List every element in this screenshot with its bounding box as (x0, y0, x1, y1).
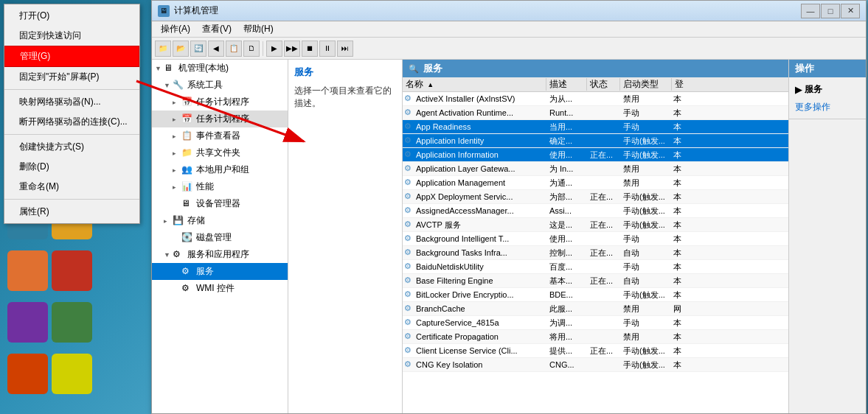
tree-item-shared-folders[interactable]: ▸ 📁 共享文件夹 (152, 144, 288, 161)
tree-icon-systools: 🔧 (173, 80, 184, 91)
toolbar-btn-pause[interactable]: ⏸ (319, 41, 336, 57)
service-row[interactable]: ⚙ AppX Deployment Servic... 为部... 正在... … (403, 190, 788, 204)
service-row[interactable]: ⚙ Background Intelligent T... 使用... 手动 本 (403, 232, 788, 246)
context-menu-separator-2 (4, 134, 139, 135)
toolbar-btn-restart[interactable]: ⏭ (337, 41, 353, 57)
tree-expand-users: ▸ (173, 166, 181, 174)
tree-label-device: 设备管理器 (196, 197, 240, 210)
service-row[interactable]: ⚙ AVCTP 服务 这是... 正在... 手动(触发... 本 (403, 218, 788, 232)
context-menu-item-open[interactable]: 打开(O) (4, 6, 139, 26)
tree-item-task-sched[interactable]: ▸ 📅 任务计划程序 (152, 94, 288, 110)
svc-name-text-1: Agent Activation Runtime... (416, 108, 513, 117)
menu-action[interactable]: 操作(A) (155, 21, 196, 37)
tree-item-disk-mgmt[interactable]: 💽 磁盘管理 (152, 229, 288, 246)
tree-item-local-users[interactable]: ▸ 👥 本地用户和组 (152, 161, 288, 178)
service-row[interactable]: ⚙ Application Information 使用... 正在... 手动… (403, 148, 788, 162)
menu-help[interactable]: 帮助(H) (237, 21, 280, 37)
service-row[interactable]: ⚙ Agent Activation Runtime... Runt... 手动… (403, 106, 788, 120)
tree-item-storage[interactable]: ▸ 💾 存储 (152, 212, 288, 229)
svc-desc-5: 为 In... (546, 164, 587, 175)
toolbar-btn-props[interactable]: 📋 (226, 41, 242, 57)
service-row[interactable]: ⚙ Background Tasks Infra... 控制... 正在... … (403, 246, 788, 260)
tree-item-system-tools[interactable]: ▼ 🔧 系统工具 (152, 77, 288, 94)
svc-logon-8: 本 (672, 206, 687, 217)
col-status-header[interactable]: 状态 (587, 78, 620, 91)
right-panel-section-title[interactable]: ▶ 服务 (789, 80, 866, 99)
toolbar-btn-play[interactable]: ▶ (266, 41, 282, 57)
service-row[interactable]: ⚙ Base Filtering Engine 基本... 正在... 自动 本 (403, 274, 788, 288)
svc-logon-19: 本 (672, 359, 687, 371)
context-menu-item-pin-start[interactable]: 固定到"开始"屏幕(P) (4, 67, 139, 87)
toolbar-btn-new[interactable]: 🗋 (243, 41, 260, 57)
context-menu-item-manage[interactable]: 管理(G) (4, 46, 139, 67)
svc-logon-4: 本 (672, 150, 687, 161)
service-row[interactable]: ⚙ CNG Key Isolation CNG... 手动(触发... 本 (403, 358, 788, 372)
tree-label-wmi: WMI 控件 (196, 282, 235, 295)
tree-item-services[interactable]: ⚙ 服务 (152, 263, 288, 280)
close-button[interactable]: ✕ (841, 4, 860, 18)
context-menu-item-disconnect[interactable]: 断开网络驱动器的连接(C)... (4, 112, 139, 132)
toolbar-btn-stop[interactable]: ⏹ (302, 41, 318, 57)
service-row[interactable]: ⚙ AssignedAccessManager... Assi... 手动(触发… (403, 204, 788, 218)
svc-name-text-4: Application Information (416, 150, 499, 159)
tree-item-performance[interactable]: ▸ 📊 性能 (152, 178, 288, 195)
context-menu-item-map-drive[interactable]: 映射网络驱动器(N)... (4, 92, 139, 112)
tree-expand-perf: ▸ (173, 183, 181, 191)
tree-item-root[interactable]: ▼ 🖥 机管理(本地) (152, 60, 288, 77)
service-row[interactable]: ⚙ CaptureService_4815a 为调... 手动 本 (403, 316, 788, 330)
context-menu-item-pin-quick[interactable]: 固定到快速访问 (4, 26, 139, 46)
col-logon-header[interactable]: 登 (672, 78, 687, 91)
window-title: 计算机管理 (174, 4, 801, 17)
svc-icon-11: ⚙ (404, 248, 414, 258)
tree-item-wmi[interactable]: ⚙ WMI 控件 (152, 280, 288, 297)
menu-view[interactable]: 查看(V) (196, 21, 237, 37)
toolbar-btn-refresh[interactable]: 🔄 (190, 41, 206, 57)
service-row[interactable]: ⚙ Application Layer Gatewa... 为 In... 禁用… (403, 162, 788, 176)
svc-logon-18: 本 (672, 345, 687, 357)
tree-expand-systools: ▼ (164, 82, 173, 89)
svc-desc-12: 百度... (546, 262, 587, 273)
context-menu-item-properties[interactable]: 属性(R) (4, 202, 139, 222)
toolbar-btn-folder2[interactable]: 📂 (173, 41, 189, 57)
service-row[interactable]: ⚙ BranchCache 此服... 禁用 网 (403, 302, 788, 316)
svc-startup-11: 自动 (620, 248, 672, 259)
svc-name-text-7: AppX Deployment Servic... (416, 192, 513, 201)
service-row[interactable]: ⚙ Certificate Propagation 将用... 禁用 本 (403, 330, 788, 344)
right-panel-more-actions[interactable]: 更多操作 (789, 99, 866, 116)
toolbar-btn-play2[interactable]: ▶▶ (284, 41, 300, 57)
tree-item-device-mgr[interactable]: 🖥 设备管理器 (152, 195, 288, 212)
svc-icon-0: ⚙ (404, 94, 414, 104)
right-panel-header: 操作 (789, 60, 866, 77)
context-menu-item-delete[interactable]: 删除(D) (4, 157, 139, 177)
tree-item-event-viewer[interactable]: ▸ 📋 事件查看器 (152, 127, 288, 144)
svc-startup-14: 手动(触发... (620, 290, 672, 301)
service-row[interactable]: ⚙ App Readiness 当用... 手动 本 (403, 120, 788, 134)
svc-name-3: ⚙ Application Identity (403, 136, 546, 146)
service-row[interactable]: ⚙ BaiduNetdiskUtility 百度... 手动 本 (403, 260, 788, 274)
tree-item-task-sched2[interactable]: ▸ 📅 任务计划程序 (152, 110, 288, 127)
col-desc-header[interactable]: 描述 (546, 78, 587, 91)
svc-desc-3: 确定... (546, 136, 587, 147)
context-menu-item-shortcut[interactable]: 创建快捷方式(S) (4, 137, 139, 157)
desktop-icon-9 (52, 302, 92, 343)
svc-desc-13: 基本... (546, 276, 587, 287)
tree-icon-disk: 💽 (181, 232, 193, 244)
toolbar-btn-folder[interactable]: 📁 (155, 41, 171, 57)
context-menu-item-rename[interactable]: 重命名(M) (4, 177, 139, 197)
svc-name-13: ⚙ Base Filtering Engine (403, 276, 546, 286)
svc-icon-16: ⚙ (404, 317, 414, 328)
maximize-button[interactable]: □ (821, 4, 840, 18)
tree-item-services-apps[interactable]: ▼ ⚙ 服务和应用程序 (152, 246, 288, 263)
minimize-button[interactable]: — (801, 4, 820, 18)
col-startup-header[interactable]: 启动类型 (620, 78, 672, 91)
service-row[interactable]: ⚙ BitLocker Drive Encryptio... BDE... 手动… (403, 288, 788, 302)
service-row[interactable]: ⚙ Application Identity 确定... 手动(触发... 本 (403, 134, 788, 148)
service-row[interactable]: ⚙ ActiveX Installer (AxInstSV) 为从... 禁用 … (403, 92, 788, 106)
service-row[interactable]: ⚙ Client License Service (Cli... 提供... 正… (403, 344, 788, 358)
service-row[interactable]: ⚙ Application Management 为通... 禁用 本 (403, 176, 788, 190)
col-name-header[interactable]: 名称 ▲ (403, 78, 546, 91)
toolbar-btn-back[interactable]: ◀ (208, 41, 224, 57)
tree-icon-task2: 📅 (181, 113, 193, 125)
svc-status-11: 正在... (587, 248, 620, 259)
svc-name-0: ⚙ ActiveX Installer (AxInstSV) (403, 94, 546, 104)
